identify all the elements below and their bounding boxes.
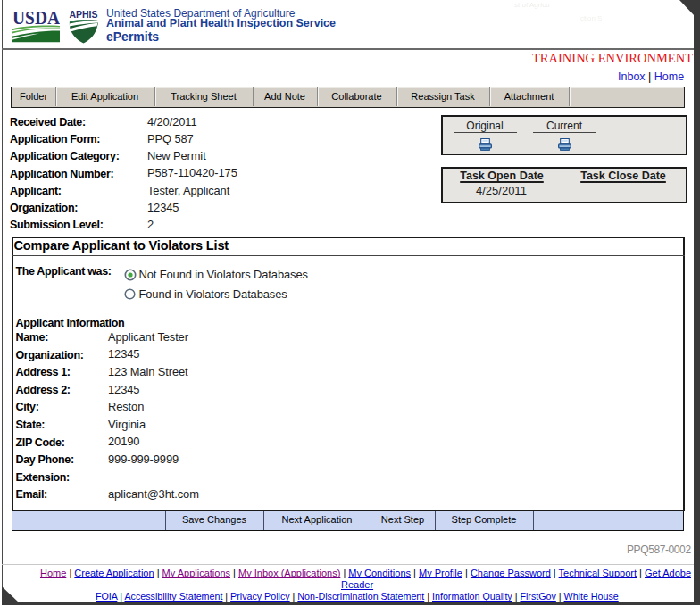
svg-text:APHIS: APHIS [70,10,98,20]
